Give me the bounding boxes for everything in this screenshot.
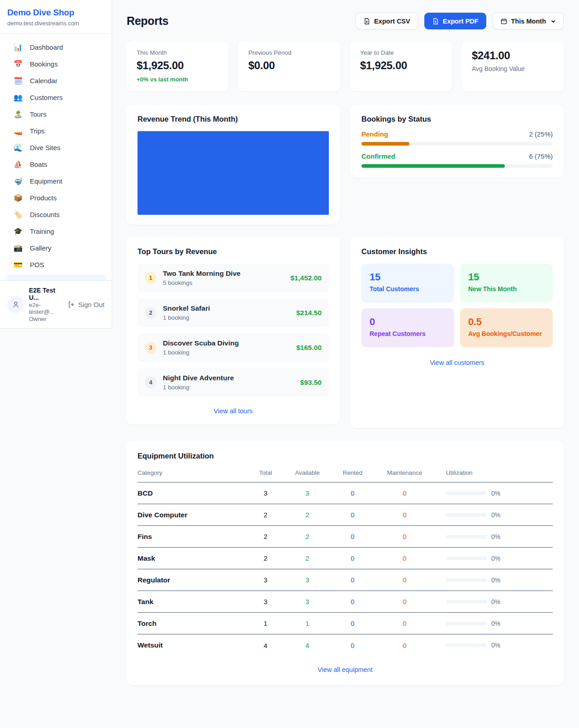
file-download-icon: [432, 18, 439, 25]
cell-category: Torch: [138, 619, 247, 628]
tour-bookings: 1 booking: [163, 349, 239, 356]
stat-label: This Month: [137, 49, 218, 56]
cell-available: 2: [284, 511, 331, 519]
cell-rented: 0: [331, 554, 374, 562]
page-header: Reports Export CSV Export PDF This Month: [127, 13, 564, 29]
tour-item-snorkel-safari: 2Snorkel Safari1 booking$214.50: [138, 298, 329, 327]
stat-value: $1,925.00: [360, 59, 442, 72]
sidebar-item-trips[interactable]: 🚤Trips: [5, 123, 107, 139]
sidebar-item-bookings[interactable]: 📅Bookings: [5, 56, 107, 72]
cell-utilization: 0%: [435, 533, 553, 540]
bookings-by-status-title: Bookings by Status: [361, 115, 553, 123]
view-all-equipment-link[interactable]: View all equipment: [138, 666, 553, 673]
stat-card-year-to-date: Year to Date$1,925.00: [350, 41, 452, 91]
sidebar-item-products[interactable]: 📦Products: [5, 189, 107, 206]
cell-utilization: 0%: [435, 598, 553, 605]
tour-revenue: $93.50: [300, 378, 322, 387]
header-actions: Export CSV Export PDF This Month: [356, 13, 564, 29]
status-label: Confirmed: [361, 152, 395, 160]
cell-total: 2: [247, 533, 284, 540]
cell-total: 3: [247, 576, 284, 584]
insight-label: Total Customers: [370, 285, 446, 293]
top-tours-title: Top Tours by Revenue: [138, 247, 329, 256]
sidebar-item-calendar[interactable]: 🗓️Calendar: [5, 72, 107, 89]
revenue-trend-chart: [138, 131, 329, 215]
customer-insights-card: Customer Insights 15Total Customers15New…: [351, 237, 564, 428]
utilization-bar: [446, 535, 487, 539]
sidebar-item-dashboard[interactable]: 📊Dashboard: [5, 39, 107, 56]
stat-card-avg-booking-value: $241.00Avg Booking Value: [462, 41, 564, 91]
sidebar-item-label: Bookings: [30, 60, 58, 68]
column-header-utilization: Utilization: [435, 469, 553, 476]
status-count: 6 (75%): [529, 152, 553, 160]
sidebar-item-label: Calendar: [30, 77, 57, 85]
stat-delta: +0% vs last month: [137, 76, 218, 83]
training-icon: 🎓: [14, 228, 23, 235]
cell-category: Wetsuit: [138, 641, 247, 649]
utilization-percent: 0%: [491, 577, 500, 584]
cell-available: 1: [284, 619, 331, 627]
insight-tile-repeat-customers: 0Repeat Customers: [361, 308, 454, 347]
cell-maintenance: 0: [374, 598, 435, 605]
view-all-tours-link[interactable]: View all tours: [138, 407, 329, 415]
export-pdf-label: Export PDF: [443, 18, 479, 25]
column-header-total: Total: [247, 469, 284, 476]
sidebar: Demo Dive Shop demo.test.divestreams.com…: [0, 0, 112, 329]
cell-rented: 0: [331, 598, 374, 605]
cell-rented: 0: [331, 642, 374, 649]
equipment-utilization-card: Equipment Utilization CategoryTotalAvail…: [127, 441, 564, 685]
charts-row: Revenue Trend (This Month) Bookings by S…: [127, 105, 564, 225]
sidebar-item-boats[interactable]: ⛵Boats: [5, 156, 107, 173]
cell-total: 2: [247, 511, 284, 519]
calendar-icon: 🗓️: [14, 77, 23, 85]
tour-revenue: $1,452.00: [290, 274, 322, 282]
table-row: Fins22000%: [138, 526, 553, 548]
utilization-percent: 0%: [491, 511, 500, 519]
user-role: Owner: [29, 316, 62, 322]
utilization-bar: [446, 557, 487, 560]
export-csv-button[interactable]: Export CSV: [356, 13, 418, 29]
stat-label: Year to Date: [360, 49, 442, 56]
sidebar-item-discounts[interactable]: 🏷️Discounts: [5, 206, 107, 223]
sidebar-item-dive-sites[interactable]: 🌊Dive Sites: [5, 139, 107, 156]
sidebar-item-label: Gallery: [30, 244, 52, 252]
sidebar-item-customers[interactable]: 👥Customers: [5, 89, 107, 106]
utilization-percent: 0%: [491, 598, 500, 605]
sidebar-item-gallery[interactable]: 📸Gallery: [5, 240, 107, 256]
stat-value: $241.00: [472, 49, 554, 62]
sidebar-item-equipment[interactable]: 🤿Equipment: [5, 173, 107, 189]
cell-utilization: 0%: [435, 490, 553, 497]
stat-value: $1,925.00: [137, 59, 218, 72]
utilization-bar: [446, 622, 487, 625]
column-header-maintenance: Maintenance: [374, 469, 435, 476]
rank-badge: 1: [145, 272, 157, 284]
sidebar-item-label: Customers: [30, 94, 63, 101]
bookings-icon: 📅: [14, 61, 23, 68]
sign-out-button[interactable]: Sign Out: [67, 301, 104, 308]
stat-card-this-month: This Month$1,925.00+0% vs last month: [127, 41, 228, 91]
sidebar-item-pos[interactable]: 💳POS: [5, 256, 107, 273]
cell-available: 2: [284, 554, 331, 562]
view-all-customers-link[interactable]: View all customers: [361, 359, 553, 366]
lists-row: Top Tours by Revenue 1Two Tank Morning D…: [127, 237, 564, 428]
logout-icon: [67, 301, 75, 308]
cell-maintenance: 0: [374, 642, 435, 649]
sidebar-item-training[interactable]: 🎓Training: [5, 223, 107, 240]
utilization-bar: [446, 643, 487, 647]
cell-category: Regulator: [138, 576, 247, 584]
utilization-bar: [446, 492, 487, 495]
tour-bookings: 1 booking: [163, 314, 210, 321]
products-icon: 📦: [14, 194, 23, 202]
column-header-available: Available: [284, 469, 331, 476]
sidebar-item-reports-partial[interactable]: [5, 274, 107, 280]
cell-total: 4: [247, 642, 284, 649]
export-pdf-button[interactable]: Export PDF: [424, 13, 486, 29]
tour-bookings: 5 bookings: [163, 279, 241, 286]
utilization-percent: 0%: [491, 620, 500, 627]
user-info: E2E Test U... e2e-tester@... Owner: [29, 287, 62, 322]
sign-out-label: Sign Out: [78, 301, 104, 308]
stat-label: Previous Period: [248, 49, 330, 56]
period-selector[interactable]: This Month: [493, 13, 564, 29]
cell-category: Dive Computer: [138, 511, 247, 519]
sidebar-item-tours[interactable]: 🏝️Tours: [5, 106, 107, 123]
